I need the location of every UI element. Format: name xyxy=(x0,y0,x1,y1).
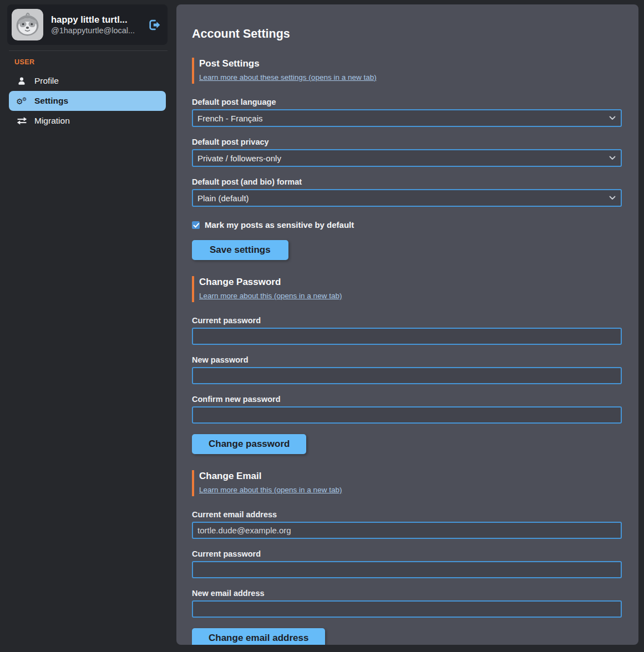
sensitive-by-default-row: Mark my posts as sensitive by default xyxy=(192,220,622,230)
change-email-title: Change Email xyxy=(199,471,622,482)
default-post-format-label: Default post (and bio) format xyxy=(192,177,622,186)
account-settings-panel: Account Settings Post Settings Learn mor… xyxy=(176,4,638,645)
post-settings-learn-more-link[interactable]: Learn more about these settings (opens i… xyxy=(199,73,377,81)
default-post-privacy-select[interactable]: Private / followers-only xyxy=(192,149,622,167)
default-post-language-select[interactable]: French - Français xyxy=(192,109,622,127)
logout-icon xyxy=(148,18,161,32)
new-password-input[interactable] xyxy=(192,367,622,384)
change-email-header: Change Email Learn more about this (open… xyxy=(192,470,622,496)
email-current-password-label: Current password xyxy=(192,549,622,558)
change-email-section: Change Email Learn more about this (open… xyxy=(192,470,622,645)
default-post-language-select-wrap: French - Français xyxy=(192,109,622,127)
post-settings-section: Post Settings Learn more about these set… xyxy=(192,58,622,260)
default-post-privacy-select-wrap: Private / followers-only xyxy=(192,149,622,167)
user-handle: @1happyturtle@local... xyxy=(51,26,140,37)
confirm-new-password-label: Confirm new password xyxy=(192,395,622,404)
change-password-learn-more-link[interactable]: Learn more about this (opens in a new ta… xyxy=(199,292,342,300)
user-card: happy little turtl... @1happyturtle@loca… xyxy=(7,4,168,45)
change-password-section: Change Password Learn more about this (o… xyxy=(192,276,622,454)
new-password-label: New password xyxy=(192,355,622,364)
default-post-format-select-wrap: Plain (default) xyxy=(192,189,622,207)
default-post-format-select[interactable]: Plain (default) xyxy=(192,189,622,207)
change-password-button[interactable]: Change password xyxy=(192,434,306,454)
sidebar-item-label: Settings xyxy=(34,96,68,106)
post-settings-title: Post Settings xyxy=(199,58,622,69)
sidebar-item-settings[interactable]: ⚙⚙ Settings xyxy=(9,91,166,111)
default-post-language-label: Default post language xyxy=(192,98,622,106)
sidebar-section-label: USER xyxy=(14,58,168,66)
page-title: Account Settings xyxy=(192,27,622,41)
current-password-label: Current password xyxy=(192,316,622,325)
user-display-name: happy little turtl... xyxy=(51,13,140,26)
sidebar-item-migration[interactable]: Migration xyxy=(9,111,166,131)
sidebar-item-label: Profile xyxy=(34,76,59,86)
current-email-label: Current email address xyxy=(192,510,622,519)
post-settings-header: Post Settings Learn more about these set… xyxy=(192,58,622,84)
sidebar-nav: Profile ⚙⚙ Settings Migration xyxy=(9,71,166,131)
app-root: happy little turtl... @1happyturtle@loca… xyxy=(0,0,644,652)
sidebar: happy little turtl... @1happyturtle@loca… xyxy=(0,0,168,131)
sidebar-item-label: Migration xyxy=(34,116,70,126)
confirm-new-password-input[interactable] xyxy=(192,406,622,424)
email-current-password-input[interactable] xyxy=(192,561,622,578)
user-meta: happy little turtl... @1happyturtle@loca… xyxy=(51,13,140,37)
sidebar-item-profile[interactable]: Profile xyxy=(9,71,166,91)
new-email-label: New email address xyxy=(192,589,622,598)
new-email-input[interactable] xyxy=(192,600,622,618)
sensitive-by-default-label: Mark my posts as sensitive by default xyxy=(205,220,354,230)
save-settings-button[interactable]: Save settings xyxy=(192,240,288,260)
change-email-button[interactable]: Change email address xyxy=(192,628,325,645)
change-email-learn-more-link[interactable]: Learn more about this (opens in a new ta… xyxy=(199,486,342,494)
gears-icon: ⚙⚙ xyxy=(16,96,28,106)
logout-button[interactable] xyxy=(148,18,162,32)
avatar xyxy=(12,9,43,40)
current-password-input[interactable] xyxy=(192,328,622,345)
sidebar-divider xyxy=(9,50,168,51)
migration-arrows-icon xyxy=(16,116,28,125)
sensitive-by-default-checkbox[interactable] xyxy=(192,221,200,229)
user-icon xyxy=(16,77,28,86)
change-password-title: Change Password xyxy=(199,277,622,288)
change-password-header: Change Password Learn more about this (o… xyxy=(192,276,622,302)
default-post-privacy-label: Default post privacy xyxy=(192,137,622,146)
current-email-input[interactable] xyxy=(192,522,622,539)
sloth-avatar-image xyxy=(12,9,43,40)
